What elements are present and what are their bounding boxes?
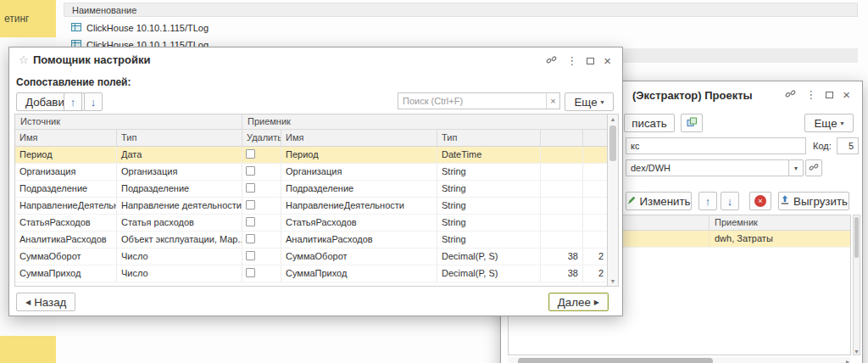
scale-cell	[583, 181, 608, 197]
scroll-right-icon[interactable]: ▸	[846, 358, 849, 363]
target-name-cell: АналитикаРасходов	[281, 232, 437, 248]
sidebar-item-label: етинг	[4, 13, 29, 25]
scrollbar-thumb[interactable]	[518, 358, 713, 363]
arrow-right-icon: ▶	[594, 299, 599, 306]
target-path-field[interactable]	[626, 159, 789, 176]
target-name-cell: СуммаПриход	[281, 265, 437, 282]
more-button[interactable]: Еще ▾	[565, 92, 614, 111]
arrow-down-icon: ↓	[727, 196, 733, 207]
scroll-up-icon[interactable]: ▲	[608, 116, 618, 122]
delete-checkbox[interactable]	[246, 217, 255, 226]
maximize-icon[interactable]	[587, 58, 594, 64]
delete-cell	[242, 265, 281, 282]
close-icon[interactable]: ×	[843, 89, 850, 100]
favorite-star-icon[interactable]: ☆	[19, 53, 29, 66]
source-name-cell: АналитикаРасходов	[15, 232, 117, 248]
target-name-cell: Подразделение	[281, 181, 437, 197]
copy-icon-button[interactable]	[681, 114, 703, 132]
next-button[interactable]: Далее ▶	[548, 293, 609, 311]
edit-pencil-icon	[626, 195, 636, 208]
target-column-header[interactable]: Приемник	[709, 215, 850, 230]
maximize-icon[interactable]	[826, 92, 833, 98]
target-name-cell: СтатьяРасходов	[281, 215, 437, 231]
col-target-type[interactable]: Тип	[437, 130, 541, 146]
delete-checkbox[interactable]	[246, 166, 255, 176]
dropdown-button[interactable]: ▾	[789, 159, 804, 176]
delete-cell	[242, 232, 281, 248]
link-icon[interactable]	[546, 54, 557, 67]
delete-cell	[242, 198, 281, 214]
code-field[interactable]	[837, 137, 859, 154]
delete-checkbox[interactable]	[246, 268, 255, 277]
source-type-cell: Подразделение	[117, 181, 242, 197]
col-source-name[interactable]: Имя	[15, 130, 117, 146]
save-button[interactable]: писать	[624, 114, 675, 132]
copy-icon	[687, 117, 698, 130]
scroll-down-icon[interactable]: ▼	[854, 349, 860, 355]
sidebar-bottom-block	[0, 336, 56, 363]
col-delete[interactable]: Удалить	[242, 130, 281, 146]
col-target-name[interactable]: Имя	[281, 130, 437, 146]
delete-checkbox[interactable]	[246, 234, 255, 243]
name-field[interactable]	[626, 137, 806, 154]
unload-button[interactable]: Выгрузить	[778, 192, 849, 210]
mapping-row[interactable]: Период Дата Период DateTime	[15, 147, 607, 164]
back-button-label: Назад	[34, 296, 66, 309]
mapping-row[interactable]: Подразделение Подразделение Подразделени…	[15, 181, 607, 198]
link-icon	[809, 162, 819, 175]
delete-cell	[242, 164, 281, 180]
list-column-header-label: Наименование	[72, 5, 136, 15]
precision-cell	[541, 181, 583, 197]
search-input[interactable]	[398, 94, 546, 108]
more-button[interactable]: Еще ▾	[804, 114, 854, 132]
kebab-menu-icon[interactable]: ⋮	[805, 89, 816, 100]
mapping-row[interactable]: НаправлениеДеятельности Направление деят…	[15, 198, 607, 215]
scrollbar-thumb[interactable]	[609, 126, 616, 161]
delete-checkbox[interactable]	[246, 149, 255, 159]
mapping-row[interactable]: СуммаПриход Число СуммаПриход Decimal(P,…	[15, 265, 607, 282]
vertical-scrollbar[interactable]: ▲ ▼	[608, 114, 619, 287]
target-type-cell: String	[437, 198, 541, 214]
chevron-down-icon: ▾	[601, 98, 604, 106]
chevron-down-icon: ▾	[794, 165, 798, 172]
mapping-row[interactable]: СуммаОборот Число СуммаОборот Decimal(P,…	[15, 249, 607, 265]
save-button-label: писать	[632, 117, 667, 130]
section-label: Сопоставление полей:	[16, 76, 131, 88]
delete-checkbox[interactable]	[246, 251, 255, 260]
move-up-button[interactable]: ↑	[64, 92, 82, 111]
source-name-cell: СтатьяРасходов	[15, 215, 117, 231]
move-up-button[interactable]: ↑	[698, 192, 717, 210]
mapping-row[interactable]: АналитикаРасходов Объект эксплуатации, М…	[15, 232, 607, 249]
source-type-cell: Статья расходов	[117, 215, 242, 231]
mapping-row[interactable]: СтатьяРасходов Статья расходов СтатьяРас…	[15, 215, 607, 232]
scale-cell	[583, 147, 608, 163]
close-icon[interactable]: ×	[604, 55, 611, 66]
move-down-button[interactable]: ↓	[84, 92, 103, 111]
col-precision	[541, 130, 583, 146]
delete-cell	[242, 215, 281, 231]
source-name-cell: СуммаОборот	[15, 249, 117, 265]
move-down-button[interactable]: ↓	[721, 192, 739, 210]
scroll-down-icon[interactable]: ▼	[608, 278, 618, 284]
list-column-header[interactable]: Наименование	[64, 3, 858, 17]
link-icon[interactable]	[785, 88, 796, 101]
col-source-type[interactable]: Тип	[117, 130, 242, 146]
mapping-row[interactable]: Организация Организация Организация Stri…	[15, 164, 607, 181]
source-type-cell: Организация	[117, 164, 242, 180]
scrollbar-thumb[interactable]	[854, 217, 859, 258]
delete-checkbox[interactable]	[246, 183, 255, 193]
window-controls: ⋮ ×	[546, 54, 611, 67]
target-type-cell: String	[437, 164, 541, 180]
list-item[interactable]: ClickHouse 10.10.1.115/TLog	[64, 20, 858, 36]
delete-button[interactable]: ×	[749, 192, 771, 210]
group-header-target: Приемник	[242, 114, 608, 129]
delete-checkbox[interactable]	[246, 200, 255, 209]
vertical-scrollbar[interactable]: ▼	[853, 215, 860, 355]
edit-button[interactable]: Изменить	[626, 192, 692, 210]
back-button[interactable]: ◀ Назад	[16, 293, 75, 311]
kebab-menu-icon[interactable]: ⋮	[566, 55, 577, 66]
clear-search-icon[interactable]: ×	[546, 93, 559, 109]
sidebar-item-marketing[interactable]: етинг	[0, 0, 56, 37]
horizontal-scrollbar[interactable]: ▸	[508, 357, 851, 363]
open-link-button[interactable]	[805, 159, 822, 176]
